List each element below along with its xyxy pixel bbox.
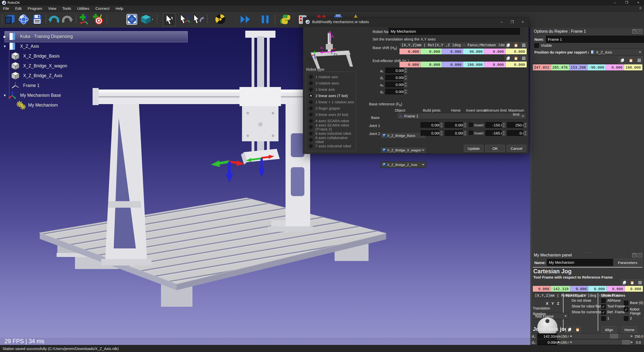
tree-item-frame1[interactable]: Frame 1 (11, 80, 39, 91)
save-station-icon[interactable] (31, 13, 43, 26)
joint1-max-spinner[interactable]: ▲▼ (523, 122, 528, 128)
menu-file[interactable]: File (0, 6, 12, 11)
dialog-close-button[interactable]: × (517, 19, 529, 25)
joint2-build-spinner[interactable]: ▲▼ (439, 130, 444, 136)
copy-pose-button[interactable] (621, 279, 628, 286)
dh-d1-spinner[interactable]: ▲▼ (404, 75, 408, 81)
pose-menu-button[interactable] (635, 57, 643, 64)
scroll-right-icon[interactable]: ▶ (631, 334, 633, 338)
joint1-object-combo[interactable]: X_Z_Bridge_X_wagon (380, 147, 426, 153)
select-item-icon[interactable] (163, 13, 176, 26)
tree-item-mechanism[interactable]: My Mechanism (16, 100, 58, 110)
robot-type-option[interactable]: 1 linear axis (309, 87, 335, 92)
robot-type-option[interactable]: 7 axes industrial robot (309, 144, 351, 149)
ok-button[interactable]: OK (485, 145, 505, 152)
tree-item-object-basis[interactable]: X_Z_Bridge_Basis (11, 51, 60, 61)
close-panel-icon[interactable]: × (638, 253, 642, 257)
robot-type-option[interactable]: 2 rotative axes (309, 81, 339, 86)
menu-program[interactable]: Program (25, 6, 45, 11)
scroll-left-icon[interactable]: ◀ (570, 340, 572, 344)
frame-pose-values[interactable]: 247.852 285.478 153.208 -90.000 0.000 18… (533, 64, 642, 70)
menu-utilities[interactable]: Utilities (74, 6, 92, 11)
frame-parent-combo[interactable]: X_Z_Axis (589, 49, 643, 55)
robot-type-option[interactable]: 2-finger gripper (309, 106, 340, 111)
isometric-view-icon[interactable] (140, 13, 152, 26)
paste-pose-button[interactable] (512, 55, 519, 61)
expander-expanded-icon[interactable]: ▼ (2, 45, 8, 48)
paste-pose-button[interactable] (629, 279, 636, 286)
float-panel-icon[interactable]: ❐ (632, 253, 636, 257)
minimize-button[interactable]: – (609, 0, 621, 6)
add-target-icon[interactable] (92, 13, 104, 26)
panel-splitter-handle[interactable]: ······ (585, 250, 594, 254)
pose-menu-button[interactable] (520, 42, 527, 48)
pause-simulation-icon[interactable] (259, 13, 271, 26)
scroll-left-icon[interactable]: ◀ (570, 334, 572, 338)
robot-type-option[interactable]: 1 linear + 1 rotative axis (309, 100, 354, 105)
mech-name-input[interactable]: My Mechanism (547, 259, 614, 266)
joint1-build-spinner[interactable]: ▲▼ (439, 122, 444, 128)
frames-tool-frame-checkbox[interactable]: ✓ (601, 304, 606, 309)
view-dropdown-caret-icon[interactable]: ▾ (152, 18, 153, 21)
pose-menu-button[interactable] (520, 55, 527, 61)
ee-shift-values[interactable]: 0.000 0.000 0.000 180.000 0.000 0.000 (399, 62, 527, 67)
robot-type-option[interactable]: 6 axes industrial robot (309, 131, 351, 136)
joint2-max-spinner[interactable]: ▲▼ (523, 130, 528, 136)
tree-item-mechanism-base[interactable]: ▼ My Mechanism Base (2, 90, 61, 100)
robot-type-option[interactable]: 4 axes SCARA robot (T=axis 2) (309, 125, 356, 130)
robot-type-option[interactable]: 6 axes collaborative robot (309, 137, 356, 142)
menu-tools[interactable]: Tools (59, 6, 74, 11)
scroll-right-icon[interactable]: ▶ (631, 340, 633, 344)
joint1-home-spinner[interactable]: ▲▼ (463, 122, 467, 128)
joint2-invert-checkbox[interactable] (469, 131, 473, 135)
robot-type-option[interactable]: 4 axes SCARA robot (309, 118, 349, 123)
visible-checkbox[interactable] (534, 43, 539, 48)
robot-type-option-selected[interactable]: 2 linear axes (T bot) (309, 93, 348, 98)
dialog-minimize-button[interactable]: – (496, 19, 507, 25)
online-library-icon[interactable] (18, 13, 30, 26)
align-button[interactable]: Align (602, 326, 616, 333)
menu-edit[interactable]: Edit (12, 6, 25, 11)
move-reference-icon[interactable] (179, 13, 191, 26)
copy-pose-button[interactable] (505, 42, 512, 48)
mech-pose-values[interactable]: 0.000 -142.310 0.000 0.000 0.000 0.000 (533, 286, 643, 292)
copy-pose-button[interactable] (619, 57, 626, 64)
jog-d1-scrollbar[interactable]: ◀ ▶ (569, 333, 634, 339)
joint2-home-spinner[interactable]: ▲▼ (463, 130, 467, 136)
frames-robot-flange-checkbox[interactable]: ✓ (624, 307, 628, 312)
copy-joints-button[interactable] (566, 326, 573, 333)
jog-d2-scrollbar[interactable]: ◀ ▶ (569, 339, 634, 345)
restore-button[interactable]: ❐ (621, 0, 632, 6)
parameters-button[interactable]: Parameters (613, 259, 642, 266)
close-panel-icon[interactable]: × (638, 29, 642, 33)
base-shift-format-combo[interactable]: [X,Y,Z]mm | Rot[X,Y ,Z ]deg - Fanuc/Moto… (399, 42, 511, 48)
redo-icon[interactable] (61, 13, 73, 26)
frames-1-checkbox[interactable] (601, 316, 606, 321)
cancel-button[interactable]: Cancel (507, 145, 526, 152)
float-panel-icon[interactable]: ❐ (632, 29, 636, 33)
update-button[interactable]: Update (464, 145, 484, 152)
base-object-combo[interactable]: X_Z_Bridge_Basis (380, 132, 426, 139)
add-python-program-icon[interactable] (279, 13, 291, 26)
robot-type-option[interactable]: 1 rotative axis (309, 74, 338, 79)
menu-help[interactable]: Help (112, 6, 126, 11)
menu-connect[interactable]: Connect (92, 6, 112, 11)
dialog-titlebar[interactable]: Build/modify mechanisms or robots – ❐ × (303, 18, 529, 27)
frames-base0-checkbox[interactable] (624, 301, 628, 305)
frames-2-checkbox[interactable] (624, 316, 628, 321)
tree-item-station-kuka[interactable]: ▶ Kuka - Training Dispensing (2, 31, 73, 41)
tree-item-object-xwagon[interactable]: X_Z_Bridge_X_wagon (11, 61, 67, 71)
jog-d2-value[interactable]: 0.00 (537, 339, 557, 345)
joint1-invert-checkbox[interactable] (469, 123, 473, 127)
dh-a1-spinner[interactable]: ▲▼ (404, 68, 408, 74)
jog-d1-value[interactable]: 142.31 (537, 333, 557, 339)
paste-pose-button[interactable] (512, 42, 519, 48)
expander-expanded-icon[interactable]: ▼ (2, 94, 8, 97)
dialog-restore-button[interactable]: ❐ (506, 19, 518, 25)
paste-joints-button[interactable] (574, 326, 581, 333)
check-collisions-icon[interactable] (214, 13, 226, 26)
move-robot-joints-icon[interactable] (193, 13, 205, 26)
paste-pose-button[interactable] (627, 57, 634, 64)
robot-name-input[interactable]: My Mechanism (389, 28, 520, 35)
joint1-min-spinner[interactable]: ▲▼ (502, 122, 506, 128)
